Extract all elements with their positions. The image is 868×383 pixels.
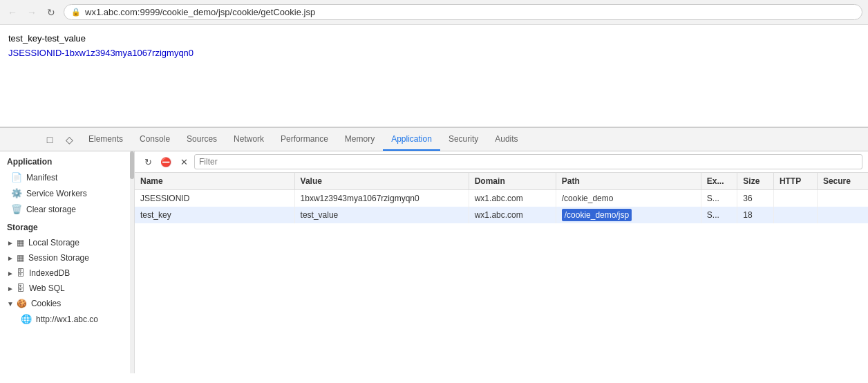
cell-value-0: 1bxw1z3943mya1067rzigmyqn0 xyxy=(294,190,469,207)
cell-size-1: 18 xyxy=(737,207,774,223)
cell-path-0: /cookie_demo xyxy=(556,190,701,207)
session-storage-arrow: ► xyxy=(7,254,14,262)
address-bar[interactable]: 🔒 wx1.abc.com:9999/cookie_demo/jsp/cooki… xyxy=(64,4,862,20)
col-header-name: Name xyxy=(135,173,294,190)
lock-icon: 🔒 xyxy=(71,8,81,17)
devtools-body: Application 📄 Manifest ⚙️ Service Worker… xyxy=(0,151,868,373)
page-line2: JSESSIONID-1bxw1z3943mya1067rzigmyqn0 xyxy=(8,46,860,61)
page-line1: test_key-test_value xyxy=(8,32,860,46)
manifest-icon: 📄 xyxy=(11,172,22,183)
table-row[interactable]: test_key test_value wx1.abc.com /cookie_… xyxy=(135,207,868,223)
cell-value-1: test_value xyxy=(294,207,469,223)
page-content: test_key-test_value JSESSIONID-1bxw1z394… xyxy=(0,25,868,127)
devtools: □ ◇ Elements Console Sources Network Per… xyxy=(0,127,868,373)
cookies-arrow: ▼ xyxy=(7,300,14,308)
browser-chrome: ← → ↻ 🔒 wx1.abc.com:9999/cookie_demo/jsp… xyxy=(0,0,868,25)
cell-secure-1 xyxy=(817,207,868,223)
web-sql-icon: 🗄 xyxy=(17,283,25,293)
tab-sources[interactable]: Sources xyxy=(178,128,225,151)
sidebar-service-workers-label: Service Workers xyxy=(26,189,87,198)
filter-input[interactable] xyxy=(194,154,862,169)
sidebar-web-sql[interactable]: ► 🗄 Web SQL xyxy=(0,281,134,296)
page-text: test_key-test_value JSESSIONID-1bxw1z394… xyxy=(8,32,860,61)
sidebar-local-storage-label: Local Storage xyxy=(28,238,79,247)
table-header-row: Name Value Domain Path Ex... Size HTTP S… xyxy=(135,173,868,190)
sidebar-clear-storage-label: Clear storage xyxy=(26,205,76,214)
tab-elements[interactable]: Elements xyxy=(80,128,131,151)
table-row[interactable]: JSESSIONID 1bxw1z3943mya1067rzigmyqn0 wx… xyxy=(135,190,868,207)
cell-domain-1: wx1.abc.com xyxy=(469,207,556,223)
cell-size-0: 36 xyxy=(737,190,774,207)
sidebar-session-storage[interactable]: ► ▦ Session Storage xyxy=(0,250,134,265)
cookies-icon: 🍪 xyxy=(17,299,27,308)
tab-application[interactable]: Application xyxy=(383,128,440,151)
cell-http-1 xyxy=(773,207,817,223)
cell-expires-0: S... xyxy=(701,190,737,207)
cookie-url-icon: 🌐 xyxy=(21,314,32,324)
sidebar: Application 📄 Manifest ⚙️ Service Worker… xyxy=(0,151,135,373)
refresh-button[interactable]: ↻ xyxy=(140,154,155,169)
cookie-table-container: Name Value Domain Path Ex... Size HTTP S… xyxy=(135,173,868,373)
reload-button[interactable]: ↻ xyxy=(44,6,58,19)
cell-http-0 xyxy=(773,190,817,207)
cell-path-1: /cookie_demo/jsp xyxy=(556,207,701,223)
devtools-icon-btn-inspect[interactable]: □ xyxy=(41,131,58,148)
tab-security[interactable]: Security xyxy=(440,128,487,151)
sidebar-indexeddb-label: IndexedDB xyxy=(29,268,70,278)
forward-button[interactable]: → xyxy=(25,6,39,19)
col-header-size: Size xyxy=(737,173,774,190)
tab-performance[interactable]: Performance xyxy=(272,128,337,151)
main-panel: ↻ ⛔ ✕ Name Value Domain Path Ex... S xyxy=(135,151,868,373)
sidebar-indexeddb[interactable]: ► 🗄 IndexedDB xyxy=(0,265,134,281)
cell-expires-1: S... xyxy=(701,207,737,223)
sidebar-manifest-label: Manifest xyxy=(26,173,57,183)
sidebar-web-sql-label: Web SQL xyxy=(29,283,65,293)
col-header-path: Path xyxy=(556,173,701,190)
sidebar-cookie-child[interactable]: 🌐 http://wx1.abc.co xyxy=(0,311,134,327)
indexeddb-icon: 🗄 xyxy=(17,268,25,278)
sidebar-item-manifest[interactable]: 📄 Manifest xyxy=(0,169,134,185)
sidebar-cookie-url-label: http://wx1.abc.co xyxy=(36,315,98,324)
back-button[interactable]: ← xyxy=(6,6,19,19)
devtools-icon-btn-device[interactable]: ◇ xyxy=(61,131,77,148)
col-header-secure: Secure xyxy=(817,173,868,190)
clear-button[interactable]: ✕ xyxy=(176,154,191,169)
web-sql-arrow: ► xyxy=(7,285,14,292)
tab-console[interactable]: Console xyxy=(131,128,178,151)
sidebar-cookies[interactable]: ▼ 🍪 Cookies xyxy=(0,296,134,311)
url-text: wx1.abc.com:9999/cookie_demo/jsp/cookie/… xyxy=(85,7,315,17)
sidebar-local-storage[interactable]: ► ▦ Local Storage xyxy=(0,235,134,250)
sidebar-item-clear-storage[interactable]: 🗑️ Clear storage xyxy=(0,201,134,217)
path-selected-highlight: /cookie_demo/jsp xyxy=(562,209,632,221)
col-header-expires: Ex... xyxy=(701,173,737,190)
sidebar-session-storage-label: Session Storage xyxy=(28,253,89,263)
sidebar-application-title: Application xyxy=(0,151,134,169)
filter-bar: ↻ ⛔ ✕ xyxy=(135,151,868,173)
session-storage-icon: ▦ xyxy=(17,253,24,263)
cell-name-1: test_key xyxy=(135,207,294,223)
clear-storage-icon: 🗑️ xyxy=(11,204,22,214)
tab-network[interactable]: Network xyxy=(225,128,272,151)
local-storage-icon: ▦ xyxy=(17,238,24,247)
service-workers-icon: ⚙️ xyxy=(11,188,22,198)
sidebar-cookies-label: Cookies xyxy=(31,299,61,308)
tab-memory[interactable]: Memory xyxy=(337,128,383,151)
local-storage-arrow: ► xyxy=(7,239,14,247)
nav-bar: ← → ↻ 🔒 wx1.abc.com:9999/cookie_demo/jsp… xyxy=(0,0,868,24)
sidebar-storage-title: Storage xyxy=(0,217,134,235)
block-button[interactable]: ⛔ xyxy=(158,154,173,169)
sidebar-scrollbar[interactable] xyxy=(130,151,134,373)
col-header-domain: Domain xyxy=(469,173,556,190)
cookie-table: Name Value Domain Path Ex... Size HTTP S… xyxy=(135,173,868,223)
col-header-http: HTTP xyxy=(773,173,817,190)
cell-secure-0 xyxy=(817,190,868,207)
sidebar-scrollbar-thumb xyxy=(130,151,134,179)
sidebar-item-service-workers[interactable]: ⚙️ Service Workers xyxy=(0,185,134,201)
cell-name-0: JSESSIONID xyxy=(135,190,294,207)
cell-domain-0: wx1.abc.com xyxy=(469,190,556,207)
devtools-tabs: □ ◇ Elements Console Sources Network Per… xyxy=(0,128,868,151)
col-header-value: Value xyxy=(294,173,469,190)
indexeddb-arrow: ► xyxy=(7,270,14,277)
tab-audits[interactable]: Audits xyxy=(487,128,526,151)
